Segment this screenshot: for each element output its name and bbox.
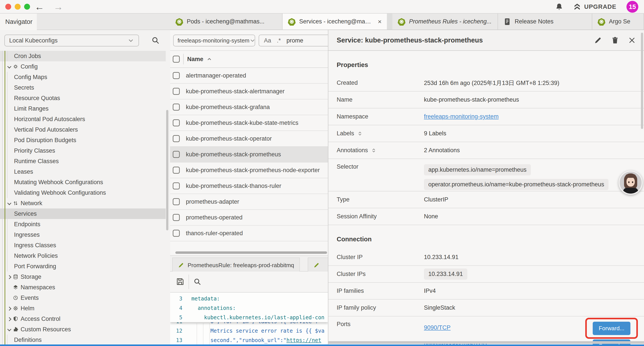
table-row[interactable]: kube-prometheus-stack-operator	[170, 131, 328, 147]
notification-badge[interactable]: 15	[626, 1, 638, 13]
table-row[interactable]: kube-prometheus-stack-alertmanager	[170, 84, 328, 99]
sidebar-item-network-policies[interactable]: Network Policies	[0, 251, 166, 261]
trash-icon[interactable]	[611, 36, 619, 44]
close-window-button[interactable]	[5, 4, 11, 10]
horizontal-scrollbar-thumb[interactable]	[175, 251, 327, 254]
table-header: Name	[170, 51, 328, 68]
table-row[interactable]: prometheus-operated	[170, 210, 328, 226]
chevron-down-icon[interactable]	[8, 65, 11, 68]
namespace-select[interactable]: freeleaps-monitoring-system	[173, 34, 255, 46]
row-checkbox[interactable]	[173, 230, 180, 237]
sidebar-scrollbar[interactable]	[166, 110, 168, 230]
sidebar-item-access-control[interactable]: Access Control	[0, 314, 166, 324]
namespace-link[interactable]: freeleaps-monitoring-system	[424, 113, 499, 120]
sidebar-item-limit-ranges[interactable]: Limit Ranges	[0, 103, 166, 114]
editor-tab-prometheusrule-freeleaps-prod-rabbitmq[interactable]: PrometheusRule: freeleaps-prod-rabbitmq	[172, 258, 300, 272]
sidebar-item-config[interactable]: Config	[0, 61, 166, 72]
close-icon[interactable]	[628, 36, 636, 44]
save-icon[interactable]	[176, 277, 184, 286]
sidebar-item-secrets[interactable]: Secrets	[0, 82, 166, 93]
chevron-right-icon[interactable]	[8, 307, 11, 310]
tab-argo-se[interactable]: Argo Se	[592, 13, 644, 29]
upgrade-button[interactable]: UPGRADE	[573, 3, 616, 11]
search-icon[interactable]	[151, 36, 160, 44]
sidebar-item-events[interactable]: Events	[0, 293, 166, 303]
row-checkbox[interactable]	[173, 104, 180, 111]
back-arrow-icon[interactable]: ←	[35, 1, 44, 12]
table-row[interactable]: kube-prometheus-stack-kube-state-metrics	[170, 115, 328, 131]
search-icon[interactable]	[193, 278, 201, 286]
sidebar-item-resource-quotas[interactable]: Resource Quotas	[0, 93, 166, 103]
sidebar-item-pod-disruption-budgets[interactable]: Pod Disruption Budgets	[0, 135, 166, 145]
row-checkbox[interactable]	[173, 88, 180, 95]
select-all-checkbox[interactable]	[173, 56, 180, 63]
runbook-link[interactable]: https://net	[286, 337, 321, 343]
sidebar-item-endpoints[interactable]: Endpoints	[0, 219, 166, 230]
tab-release-notes[interactable]: Release Notes	[498, 13, 592, 29]
yaml-editor[interactable]: 3metadata:4annotations:5kubectl.kubernet…	[170, 293, 328, 346]
regex-toggle[interactable]: .*	[277, 37, 281, 44]
sidebar-item-network[interactable]: Network	[0, 198, 166, 209]
row-checkbox[interactable]	[173, 72, 180, 79]
tab-navigator[interactable]: Navigator	[0, 13, 37, 30]
sidebar-item-runtime-classes[interactable]: Runtime Classes	[0, 156, 166, 166]
minimize-window-button[interactable]	[15, 4, 20, 10]
detail-label-text: Selector	[337, 163, 358, 170]
kubeconfig-select[interactable]: Local Kubeconfigs	[4, 34, 139, 46]
editor-tab-partial[interactable]	[308, 258, 328, 272]
forward-button[interactable]: Forward...	[593, 322, 630, 335]
sidebar-item-priority-classes[interactable]: Priority Classes	[0, 145, 166, 156]
sidebar-item-ingress-classes[interactable]: Ingress Classes	[0, 240, 166, 251]
sidebar-item-leases[interactable]: Leases	[0, 166, 166, 177]
sidebar-item-definitions[interactable]: Definitions	[0, 335, 166, 345]
table-row[interactable]: thanos-ruler-operated	[170, 226, 328, 241]
zoom-window-button[interactable]	[24, 4, 30, 10]
edit-icon[interactable]	[594, 36, 602, 44]
bell-icon[interactable]	[555, 3, 563, 11]
sidebar-item-services[interactable]: Services	[0, 209, 166, 219]
row-checkbox[interactable]	[173, 151, 180, 158]
panel-horizontal-scrollbar[interactable]	[328, 341, 644, 344]
sidebar-item-storage[interactable]: Storage	[0, 272, 166, 282]
match-case-toggle[interactable]: Aa	[264, 37, 271, 44]
sidebar-item-ingresses[interactable]: Ingresses	[0, 230, 166, 240]
table-row[interactable]: kube-prometheus-stack-thanos-ruler	[170, 178, 328, 194]
close-icon[interactable]: ×	[378, 18, 382, 25]
table-row[interactable]: kube-prometheus-stack-prometheus	[170, 147, 328, 162]
port-link-9090-tcp[interactable]: 9090/TCP	[424, 324, 487, 331]
row-checkbox[interactable]	[173, 214, 180, 221]
chevron-down-icon[interactable]	[8, 201, 11, 205]
sidebar-item-validating-webhook-configurations[interactable]: Validating Webhook Configurations	[0, 187, 166, 198]
row-checkbox[interactable]	[173, 182, 180, 189]
table-row[interactable]: prometheus-adapter	[170, 194, 328, 210]
panel-scrollbar[interactable]	[641, 33, 643, 129]
chevron-right-icon[interactable]	[8, 317, 11, 321]
forward-arrow-icon[interactable]: →	[54, 1, 63, 12]
sort-updown-icon[interactable]	[371, 148, 376, 153]
table-row[interactable]: alertmanager-operated	[170, 68, 328, 84]
tab-prometheus-rules-icecheng[interactable]: Prometheus Rules - icecheng...	[392, 13, 498, 29]
row-checkbox[interactable]	[173, 167, 180, 174]
sidebar-item-custom-resources[interactable]: Custom Resources	[0, 324, 166, 335]
table-row[interactable]: kube-prometheus-stack-grafana	[170, 99, 328, 115]
chevron-down-icon[interactable]	[8, 328, 11, 331]
sort-updown-icon[interactable]	[357, 131, 362, 136]
chevron-right-icon[interactable]	[8, 275, 11, 279]
sidebar-item-namespaces[interactable]: Namespaces	[0, 282, 166, 293]
sidebar-item-vertical-pod-autoscalers[interactable]: Vertical Pod Autoscalers	[0, 124, 166, 135]
name-column-header[interactable]: Name	[187, 56, 212, 63]
tab-pods-icecheng-mathmas[interactable]: Pods - icecheng@mathmas...	[170, 13, 282, 29]
sidebar-item-cron-jobs[interactable]: Cron Jobs	[0, 51, 166, 61]
filter-input[interactable]: Aa .* prome	[259, 34, 328, 46]
sidebar-item-horizontal-pod-autoscalers[interactable]: Horizontal Pod Autoscalers	[0, 114, 166, 124]
sidebar-item-mutating-webhook-configurations[interactable]: Mutating Webhook Configurations	[0, 177, 166, 187]
sidebar-item-helm[interactable]: Helm	[0, 303, 166, 314]
row-checkbox[interactable]	[173, 119, 180, 126]
sidebar-item-port-forwarding[interactable]: Port Forwarding	[0, 261, 166, 272]
sidebar-item-config-maps[interactable]: Config Maps	[0, 72, 166, 82]
row-checkbox[interactable]	[173, 135, 180, 142]
tab-services-icecheng-math[interactable]: Services - icecheng@math...×	[282, 13, 387, 29]
assistant-avatar[interactable]	[618, 171, 643, 195]
table-row[interactable]: kube-prometheus-stack-prometheus-node-ex…	[170, 162, 328, 178]
row-checkbox[interactable]	[173, 198, 180, 205]
